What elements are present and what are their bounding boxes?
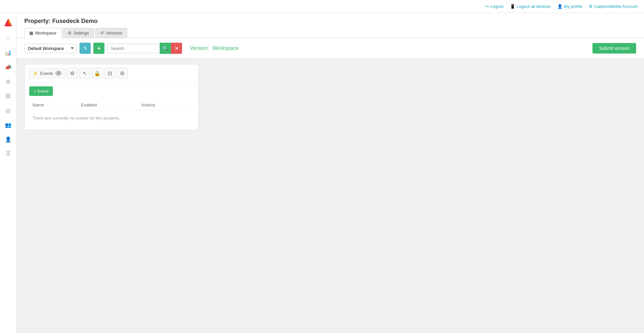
groups-icon: 👥: [5, 122, 12, 128]
campaigns-icon: 📣: [5, 64, 12, 70]
panel-settings-icon: ⚙: [70, 70, 75, 77]
app-logo[interactable]: [2, 16, 14, 28]
version-label: Version: Workspace: [190, 45, 239, 51]
add-event-button[interactable]: + Event: [29, 86, 53, 96]
col-enabled: Enabled: [78, 100, 138, 110]
panel-tab-cursor[interactable]: ↖: [79, 68, 90, 79]
close-icon: ✕: [174, 45, 179, 52]
topbar: ↪ Logout 📱 Logout all devices 👤 My profi…: [0, 0, 644, 13]
logout-all-link[interactable]: 📱 Logout all devices: [510, 4, 551, 9]
panel-tab-settings[interactable]: ⚙: [67, 68, 78, 79]
media-icon: 🖼: [6, 93, 11, 99]
events-count-badge: 0: [55, 71, 62, 76]
main-content: Property: Fusedeck Demo ▦ Workspace ⚙ Se…: [16, 13, 644, 135]
tab-settings[interactable]: ⚙ Settings: [63, 28, 94, 38]
tab-versions[interactable]: ↺ Versions: [95, 28, 127, 38]
toolbar-row: Default Workspace ✎ + 🔍 ✕ Version: Works…: [16, 38, 644, 59]
reports-icon: ▤: [6, 107, 11, 114]
sidebar-item-groups[interactable]: 👥: [2, 118, 15, 131]
panel-lock-icon: 🔒: [94, 70, 101, 77]
versions-tab-icon: ↺: [100, 31, 104, 35]
panel-gear-icon: ⚙: [120, 70, 125, 77]
account-link[interactable]: ⚙ CaptureMedia Account: [589, 4, 637, 9]
sidebar-item-user[interactable]: 👤: [2, 133, 15, 135]
sidebar-item-analytics[interactable]: 📊: [2, 46, 15, 59]
tab-workspace[interactable]: ▦ Workspace: [24, 28, 61, 38]
submit-version-button[interactable]: Submit version: [592, 43, 636, 54]
panel-body: + Event Name Enabled Actions There are c…: [25, 82, 198, 130]
integrations-icon: ⊕: [6, 78, 11, 85]
panel-tab-lock[interactable]: 🔒: [92, 68, 103, 79]
workspace-tab-icon: ▦: [29, 31, 33, 35]
sidebar-item-integrations[interactable]: ⊕: [2, 75, 15, 88]
plus-icon: +: [97, 45, 101, 52]
analytics-icon: 📊: [5, 50, 12, 56]
edit-icon: ✎: [83, 45, 87, 51]
clear-search-button[interactable]: ✕: [171, 43, 182, 54]
search-button[interactable]: 🔍: [160, 43, 171, 54]
content-area: ⚡ Events 0 ⚙ ↖ 🔒 ⊟ ⚙: [16, 59, 644, 135]
sidebar-item-home[interactable]: ⌂: [2, 32, 15, 45]
events-empty-message: There are currently no events for this p…: [29, 110, 194, 126]
sidebar-item-reports[interactable]: ▤: [2, 104, 15, 117]
add-workspace-button[interactable]: +: [93, 43, 104, 54]
logout-link[interactable]: ↪ Logout: [485, 4, 503, 9]
page-header: Property: Fusedeck Demo ▦ Workspace ⚙ Se…: [16, 13, 644, 38]
search-wrapper: 🔍 ✕: [107, 43, 182, 54]
sidebar-item-media[interactable]: 🖼: [2, 89, 15, 102]
events-table: Name Enabled Actions There are currently…: [29, 100, 194, 126]
panel-tab-layout[interactable]: ⊟: [104, 68, 115, 79]
search-icon: 🔍: [163, 46, 168, 51]
events-panel: ⚡ Events 0 ⚙ ↖ 🔒 ⊟ ⚙: [24, 64, 198, 130]
edit-workspace-button[interactable]: ✎: [80, 43, 91, 54]
page-title: Property: Fusedeck Demo: [24, 18, 636, 25]
events-tab-icon: ⚡: [33, 71, 38, 76]
my-profile-link[interactable]: 👤 My profile: [557, 4, 582, 9]
panel-tab-gear[interactable]: ⚙: [117, 68, 128, 79]
events-empty-row: There are currently no events for this p…: [29, 110, 194, 126]
panel-tabs: ⚡ Events 0 ⚙ ↖ 🔒 ⊟ ⚙: [25, 64, 198, 82]
panel-layout-icon: ⊟: [108, 70, 112, 77]
logout-icon: ↪: [485, 4, 489, 9]
col-name: Name: [29, 100, 78, 110]
account-icon: ⚙: [589, 4, 593, 9]
home-icon: ⌂: [6, 35, 10, 42]
events-tab[interactable]: ⚡ Events 0: [29, 68, 65, 78]
workspace-select[interactable]: Default Workspace: [24, 44, 77, 53]
panel-cursor-icon: ↖: [83, 70, 87, 77]
sidebar-item-campaigns[interactable]: 📣: [2, 60, 15, 74]
logout-all-icon: 📱: [510, 4, 515, 9]
sidebar: ⌂ 📊 📣 ⊕ 🖼 ▤ 👥 👤 🗄: [0, 13, 16, 135]
tab-bar: ▦ Workspace ⚙ Settings ↺ Versions: [24, 28, 636, 38]
settings-tab-icon: ⚙: [68, 31, 72, 35]
search-input[interactable]: [107, 44, 160, 53]
col-actions: Actions: [138, 100, 194, 110]
my-profile-icon: 👤: [557, 4, 563, 9]
